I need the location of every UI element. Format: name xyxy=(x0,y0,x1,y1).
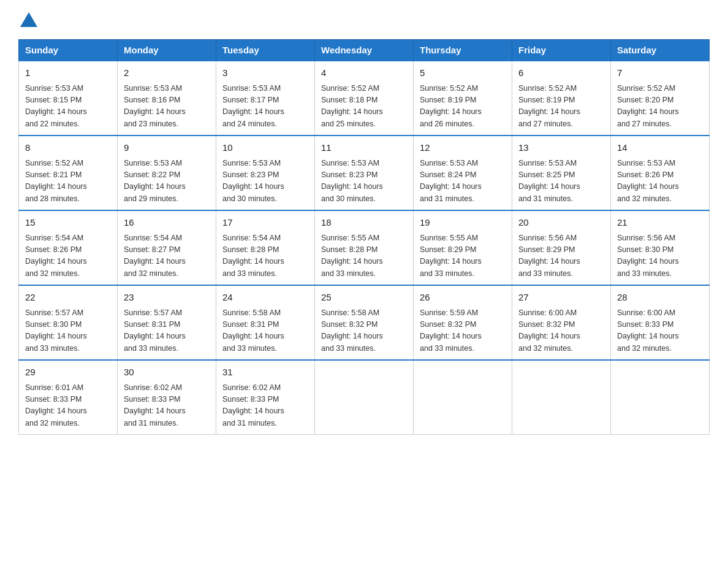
day-number: 25 xyxy=(321,291,407,305)
day-number: 20 xyxy=(518,216,604,230)
day-number: 9 xyxy=(124,141,210,155)
header-cell-tuesday: Tuesday xyxy=(216,40,315,61)
day-cell: 14 Sunrise: 5:53 AM Sunset: 8:26 PM Dayl… xyxy=(611,136,710,210)
day-number: 7 xyxy=(617,66,703,80)
day-number: 4 xyxy=(321,66,407,80)
day-number: 3 xyxy=(222,66,308,80)
day-number: 2 xyxy=(124,66,210,80)
day-cell xyxy=(512,360,611,435)
day-number: 24 xyxy=(222,291,308,305)
day-number: 8 xyxy=(25,141,111,155)
day-cell: 21 Sunrise: 5:56 AM Sunset: 8:30 PM Dayl… xyxy=(611,210,710,285)
calendar-table: SundayMondayTuesdayWednesdayThursdayFrid… xyxy=(18,39,710,435)
day-cell: 8 Sunrise: 5:52 AM Sunset: 8:21 PM Dayli… xyxy=(19,136,118,210)
day-info: Sunrise: 5:54 AM Sunset: 8:27 PM Dayligh… xyxy=(124,232,210,280)
day-info: Sunrise: 5:53 AM Sunset: 8:25 PM Dayligh… xyxy=(518,158,604,205)
day-number: 22 xyxy=(25,291,111,305)
day-info: Sunrise: 6:02 AM Sunset: 8:33 PM Dayligh… xyxy=(124,382,210,430)
day-cell: 19 Sunrise: 5:55 AM Sunset: 8:29 PM Dayl… xyxy=(414,210,512,285)
day-cell: 1 Sunrise: 5:53 AM Sunset: 8:15 PM Dayli… xyxy=(19,61,118,136)
day-number: 19 xyxy=(420,216,506,230)
day-cell: 22 Sunrise: 5:57 AM Sunset: 8:30 PM Dayl… xyxy=(19,285,118,360)
day-cell: 7 Sunrise: 5:52 AM Sunset: 8:20 PM Dayli… xyxy=(611,61,710,136)
day-cell: 3 Sunrise: 5:53 AM Sunset: 8:17 PM Dayli… xyxy=(216,61,315,136)
day-info: Sunrise: 5:59 AM Sunset: 8:32 PM Dayligh… xyxy=(420,307,506,355)
day-cell: 18 Sunrise: 5:55 AM Sunset: 8:28 PM Dayl… xyxy=(315,210,414,285)
day-cell: 15 Sunrise: 5:54 AM Sunset: 8:26 PM Dayl… xyxy=(19,210,118,285)
day-number: 18 xyxy=(321,216,407,230)
calendar-header: SundayMondayTuesdayWednesdayThursdayFrid… xyxy=(19,40,710,61)
day-number: 16 xyxy=(124,216,210,230)
week-row-3: 15 Sunrise: 5:54 AM Sunset: 8:26 PM Dayl… xyxy=(19,210,710,285)
day-info: Sunrise: 5:58 AM Sunset: 8:31 PM Dayligh… xyxy=(222,307,308,355)
week-row-4: 22 Sunrise: 5:57 AM Sunset: 8:30 PM Dayl… xyxy=(19,285,710,360)
day-cell: 28 Sunrise: 6:00 AM Sunset: 8:33 PM Dayl… xyxy=(611,285,710,360)
day-number: 5 xyxy=(420,66,506,80)
day-cell: 27 Sunrise: 6:00 AM Sunset: 8:32 PM Dayl… xyxy=(512,285,611,360)
day-info: Sunrise: 5:54 AM Sunset: 8:28 PM Dayligh… xyxy=(222,232,308,280)
day-info: Sunrise: 6:01 AM Sunset: 8:33 PM Dayligh… xyxy=(25,382,111,430)
day-cell: 10 Sunrise: 5:53 AM Sunset: 8:23 PM Dayl… xyxy=(216,136,315,210)
header-cell-sunday: Sunday xyxy=(19,40,118,61)
day-cell xyxy=(414,360,512,435)
day-info: Sunrise: 5:56 AM Sunset: 8:29 PM Dayligh… xyxy=(518,232,604,280)
day-info: Sunrise: 5:53 AM Sunset: 8:23 PM Dayligh… xyxy=(222,158,308,205)
week-row-1: 1 Sunrise: 5:53 AM Sunset: 8:15 PM Dayli… xyxy=(19,61,710,136)
header-cell-friday: Friday xyxy=(512,40,611,61)
day-cell: 13 Sunrise: 5:53 AM Sunset: 8:25 PM Dayl… xyxy=(512,136,611,210)
day-cell xyxy=(611,360,710,435)
day-info: Sunrise: 5:57 AM Sunset: 8:30 PM Dayligh… xyxy=(25,307,111,355)
day-number: 26 xyxy=(420,291,506,305)
header-cell-monday: Monday xyxy=(118,40,216,61)
page-header xyxy=(18,12,710,28)
day-info: Sunrise: 5:52 AM Sunset: 8:20 PM Dayligh… xyxy=(617,83,703,131)
day-number: 14 xyxy=(617,141,703,155)
day-info: Sunrise: 5:52 AM Sunset: 8:19 PM Dayligh… xyxy=(420,83,506,131)
logo xyxy=(18,12,37,28)
day-cell: 23 Sunrise: 5:57 AM Sunset: 8:31 PM Dayl… xyxy=(118,285,216,360)
day-number: 1 xyxy=(25,66,111,80)
day-number: 28 xyxy=(617,291,703,305)
day-number: 13 xyxy=(518,141,604,155)
day-info: Sunrise: 6:02 AM Sunset: 8:33 PM Dayligh… xyxy=(222,382,308,430)
day-info: Sunrise: 5:53 AM Sunset: 8:15 PM Dayligh… xyxy=(25,83,111,131)
day-cell: 29 Sunrise: 6:01 AM Sunset: 8:33 PM Dayl… xyxy=(19,360,118,435)
day-info: Sunrise: 5:53 AM Sunset: 8:26 PM Dayligh… xyxy=(617,158,703,205)
day-cell: 5 Sunrise: 5:52 AM Sunset: 8:19 PM Dayli… xyxy=(414,61,512,136)
day-cell: 16 Sunrise: 5:54 AM Sunset: 8:27 PM Dayl… xyxy=(118,210,216,285)
day-number: 6 xyxy=(518,66,604,80)
day-info: Sunrise: 5:53 AM Sunset: 8:17 PM Dayligh… xyxy=(222,83,308,131)
day-cell: 12 Sunrise: 5:53 AM Sunset: 8:24 PM Dayl… xyxy=(414,136,512,210)
day-cell: 31 Sunrise: 6:02 AM Sunset: 8:33 PM Dayl… xyxy=(216,360,315,435)
day-cell: 11 Sunrise: 5:53 AM Sunset: 8:23 PM Dayl… xyxy=(315,136,414,210)
day-cell xyxy=(315,360,414,435)
day-info: Sunrise: 5:58 AM Sunset: 8:32 PM Dayligh… xyxy=(321,307,407,355)
day-cell: 24 Sunrise: 5:58 AM Sunset: 8:31 PM Dayl… xyxy=(216,285,315,360)
day-info: Sunrise: 5:55 AM Sunset: 8:29 PM Dayligh… xyxy=(420,232,506,280)
day-info: Sunrise: 5:56 AM Sunset: 8:30 PM Dayligh… xyxy=(617,232,703,280)
day-info: Sunrise: 5:54 AM Sunset: 8:26 PM Dayligh… xyxy=(25,232,111,280)
day-number: 29 xyxy=(25,366,111,380)
header-cell-saturday: Saturday xyxy=(611,40,710,61)
day-cell: 2 Sunrise: 5:53 AM Sunset: 8:16 PM Dayli… xyxy=(118,61,216,136)
day-info: Sunrise: 5:55 AM Sunset: 8:28 PM Dayligh… xyxy=(321,232,407,280)
day-number: 31 xyxy=(222,366,308,380)
day-cell: 9 Sunrise: 5:53 AM Sunset: 8:22 PM Dayli… xyxy=(118,136,216,210)
day-info: Sunrise: 5:52 AM Sunset: 8:21 PM Dayligh… xyxy=(25,158,111,205)
day-info: Sunrise: 5:53 AM Sunset: 8:24 PM Dayligh… xyxy=(420,158,506,205)
day-number: 15 xyxy=(25,216,111,230)
day-number: 12 xyxy=(420,141,506,155)
day-cell: 4 Sunrise: 5:52 AM Sunset: 8:18 PM Dayli… xyxy=(315,61,414,136)
header-cell-thursday: Thursday xyxy=(414,40,512,61)
week-row-5: 29 Sunrise: 6:01 AM Sunset: 8:33 PM Dayl… xyxy=(19,360,710,435)
logo-triangle-icon xyxy=(20,12,37,27)
day-info: Sunrise: 5:53 AM Sunset: 8:22 PM Dayligh… xyxy=(124,158,210,205)
day-cell: 25 Sunrise: 5:58 AM Sunset: 8:32 PM Dayl… xyxy=(315,285,414,360)
day-info: Sunrise: 6:00 AM Sunset: 8:32 PM Dayligh… xyxy=(518,307,604,355)
day-number: 23 xyxy=(124,291,210,305)
day-cell: 20 Sunrise: 5:56 AM Sunset: 8:29 PM Dayl… xyxy=(512,210,611,285)
day-info: Sunrise: 5:52 AM Sunset: 8:19 PM Dayligh… xyxy=(518,83,604,131)
day-info: Sunrise: 5:53 AM Sunset: 8:16 PM Dayligh… xyxy=(124,83,210,131)
day-cell: 6 Sunrise: 5:52 AM Sunset: 8:19 PM Dayli… xyxy=(512,61,611,136)
day-number: 21 xyxy=(617,216,703,230)
